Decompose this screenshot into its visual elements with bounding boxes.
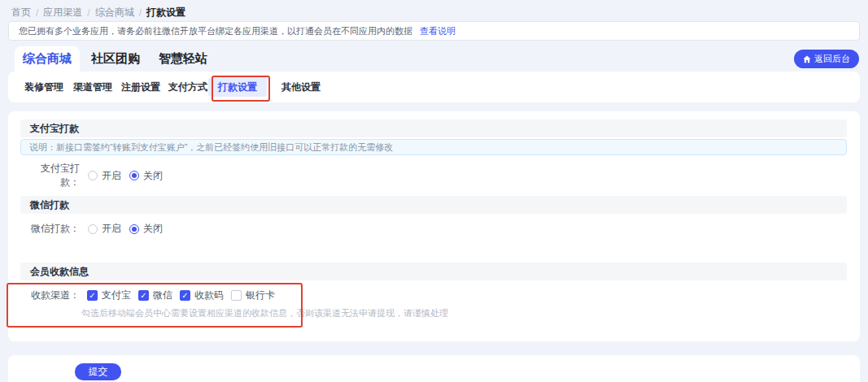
radio-label: 开启 bbox=[102, 169, 121, 183]
checkbox-unchecked-icon bbox=[231, 290, 242, 301]
channel-checkbox-alipay[interactable]: ✓ 支付宝 bbox=[87, 289, 131, 302]
breadcrumb-home[interactable]: 首页 bbox=[11, 6, 31, 20]
footer-bar: 提交 bbox=[8, 355, 860, 382]
notice-bar: 您已拥有多个业务应用，请务必前往微信开放平台绑定各应用渠道，以打通会员在不同应用… bbox=[8, 21, 860, 41]
channel-checkbox-bankcard[interactable]: 银行卡 bbox=[231, 289, 275, 302]
subtab-other[interactable]: 其他设置 bbox=[275, 77, 327, 97]
breadcrumb-current: 打款设置 bbox=[146, 6, 185, 20]
collection-channel-label: 收款渠道： bbox=[24, 289, 80, 302]
home-icon bbox=[803, 55, 811, 63]
alipay-payout-row: 支付宝打款： 开启 关闭 bbox=[24, 162, 163, 189]
collection-channel-help: 勾选后移动端会员中心需要设置相应渠道的收款信息，否则该渠道无法申请提现，请谨慎处… bbox=[81, 307, 448, 319]
wechat-payout-radio-off[interactable]: 关闭 bbox=[129, 222, 163, 236]
back-to-admin-button[interactable]: 返回后台 bbox=[794, 50, 859, 68]
checkbox-checked-icon: ✓ bbox=[138, 290, 149, 301]
tab-community-group[interactable]: 社区团购 bbox=[89, 46, 142, 72]
collection-channel-row: 收款渠道： ✓ 支付宝 ✓ 微信 ✓ 收款码 银行卡 bbox=[24, 289, 275, 302]
radio-unselected-icon bbox=[88, 171, 98, 180]
alipay-payout-radio-off[interactable]: 关闭 bbox=[129, 169, 163, 183]
back-to-admin-label: 返回后台 bbox=[814, 53, 850, 65]
breadcrumb-separator: / bbox=[87, 7, 89, 19]
breadcrumb: 首页 / 应用渠道 / 综合商城 / 打款设置 bbox=[11, 6, 185, 20]
wechat-payout-radio-on[interactable]: 开启 bbox=[88, 222, 121, 236]
notice-detail-link[interactable]: 查看说明 bbox=[420, 26, 456, 36]
sub-tab-bar: 装修管理 渠道管理 注册设置 支付方式 打款设置 其他设置 bbox=[8, 72, 860, 102]
section-title-wechat-payout: 微信打款 bbox=[20, 196, 847, 214]
breadcrumb-app-channel[interactable]: 应用渠道 bbox=[43, 6, 82, 20]
checkbox-checked-icon: ✓ bbox=[87, 290, 98, 301]
notice-text: 您已拥有多个业务应用，请务必前往微信开放平台绑定各应用渠道，以打通会员在不同应用… bbox=[19, 26, 412, 36]
breadcrumb-separator: / bbox=[139, 7, 142, 19]
channel-checkbox-wechat[interactable]: ✓ 微信 bbox=[138, 289, 172, 302]
subtab-register[interactable]: 注册设置 bbox=[115, 77, 167, 97]
checkbox-label: 收款码 bbox=[194, 289, 224, 302]
section-title-alipay-payout: 支付宝打款 bbox=[20, 119, 847, 137]
submit-button[interactable]: 提交 bbox=[75, 363, 121, 380]
tab-mall[interactable]: 综合商城 bbox=[15, 46, 80, 72]
checkbox-checked-icon: ✓ bbox=[180, 290, 190, 301]
settings-panel: 支付宝打款 说明：新接口需签约“转账到支付宝账户”，之前已经签约使用旧接口可以正… bbox=[8, 111, 860, 341]
radio-label: 关闭 bbox=[143, 169, 163, 183]
section-title-member-collection: 会员收款信息 bbox=[20, 263, 847, 280]
radio-selected-icon bbox=[129, 171, 139, 180]
subtab-payout-settings[interactable]: 打款设置 bbox=[208, 77, 267, 97]
tab-smart-site[interactable]: 智慧轻站 bbox=[157, 46, 209, 72]
alipay-payout-label: 支付宝打款： bbox=[24, 162, 80, 189]
subtab-payment-method[interactable]: 支付方式 bbox=[162, 77, 214, 97]
radio-selected-icon bbox=[129, 224, 139, 234]
breadcrumb-separator: / bbox=[36, 7, 38, 19]
subtab-decoration[interactable]: 装修管理 bbox=[18, 77, 70, 97]
radio-label: 开启 bbox=[102, 222, 121, 236]
channel-checkbox-qrcode[interactable]: ✓ 收款码 bbox=[180, 289, 224, 302]
wechat-payout-row: 微信打款： 开启 关闭 bbox=[24, 222, 163, 236]
radio-unselected-icon bbox=[88, 224, 98, 234]
alipay-payout-tip: 说明：新接口需签约“转账到支付宝账户”，之前已经签约使用旧接口可以正常打款的无需… bbox=[20, 139, 847, 155]
wechat-payout-label: 微信打款： bbox=[24, 222, 80, 236]
checkbox-label: 微信 bbox=[153, 289, 172, 302]
subtab-channel[interactable]: 渠道管理 bbox=[67, 77, 119, 97]
checkbox-label: 支付宝 bbox=[102, 289, 131, 302]
radio-label: 关闭 bbox=[143, 222, 163, 236]
breadcrumb-mall[interactable]: 综合商城 bbox=[95, 6, 134, 20]
alipay-payout-radio-on[interactable]: 开启 bbox=[88, 169, 121, 183]
checkbox-label: 银行卡 bbox=[246, 289, 275, 302]
